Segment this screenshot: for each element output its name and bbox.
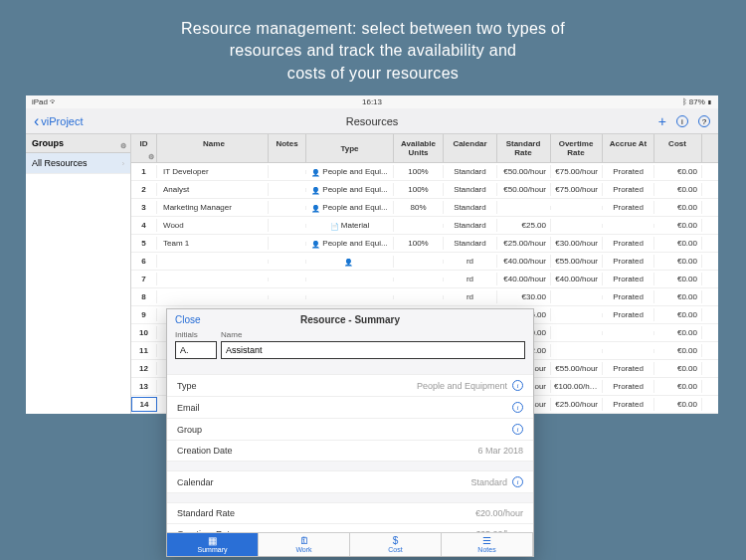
field-row[interactable]: Standard Rate€20.00/hour [167,503,533,524]
table-row[interactable]: 3Marketing ManagerPeople and Equi...80%S… [131,199,718,217]
field-row[interactable]: CalendarStandard i [167,471,533,493]
modal-tabs: ▦Summary🗓Work$Cost☰Notes [167,532,533,556]
material-icon [330,222,338,230]
tab-icon: ☰ [442,536,532,546]
table-row[interactable]: 2AnalystPeople and Equi...100%Standard€5… [131,181,718,199]
initials-input[interactable] [175,341,217,359]
info-button[interactable]: i [676,115,688,127]
person-icon [344,258,352,266]
info-icon[interactable]: i [512,424,523,435]
gear-icon[interactable]: ⚙ [120,142,126,150]
field-row[interactable]: Email i [167,397,533,419]
add-button[interactable] [658,113,666,129]
sidebar-header: Groups ⚙ [26,134,130,153]
marketing-banner: Resource management: select between two … [0,0,746,96]
close-button[interactable]: Close [175,314,201,325]
chevron-left-icon: ‹ [34,112,39,130]
chevron-right-icon: › [122,160,124,167]
person-icon [311,240,319,248]
table-row[interactable]: 8rd€30.00Prorated€0.00 [131,288,718,306]
initials-label: Initials [175,330,217,339]
sidebar-item-all-resources[interactable]: All Resources › [26,153,130,174]
table-row[interactable]: 5Team 1People and Equi...100%Standard€25… [131,235,718,253]
field-row[interactable]: Group i [167,419,533,441]
help-button[interactable]: ? [698,115,710,127]
person-icon [311,204,319,212]
sidebar: Groups ⚙ All Resources › [26,134,131,414]
table-row[interactable]: 1IT DeveloperPeople and Equi...100%Stand… [131,163,718,181]
page-title: Resources [346,115,399,127]
modal-title: Resource - Summary [300,314,400,325]
tab-icon: $ [350,536,441,546]
tab-icon: 🗓 [259,536,349,546]
tab-notes[interactable]: ☰Notes [442,533,533,556]
nav-bar: ‹ viProject Resources i ? [26,108,718,134]
tab-cost[interactable]: $Cost [350,533,442,556]
info-icon[interactable]: i [512,402,523,413]
table-row[interactable]: 6rd€40.00/hour€55.00/hourProrated€0.00 [131,253,718,271]
field-row[interactable]: Creation Date6 Mar 2018 [167,441,533,462]
table-row[interactable]: 7rd€40.00/hour€40.00/hourProrated€0.00 [131,271,718,288]
name-label: Name [221,330,242,339]
tab-summary[interactable]: ▦Summary [167,533,259,556]
resource-summary-modal: Close Resource - Summary Initials Name T… [166,308,534,557]
table-row[interactable]: 4WoodMaterialStandard€25.00€0.00 [131,217,718,235]
tab-icon: ▦ [167,536,258,546]
back-button[interactable]: ‹ viProject [34,112,84,130]
person-icon [311,168,319,176]
tab-work[interactable]: 🗓Work [259,533,350,556]
person-icon [311,186,319,194]
info-icon[interactable]: i [512,476,523,487]
status-bar: iPad ᯤ 16:13 ᛒ 87% ▮ [26,95,718,108]
info-icon[interactable]: i [512,380,523,391]
field-row[interactable]: TypePeople and Equipment i [167,375,533,397]
grid-header: ID⚙ Name Notes Type Available Units Cale… [131,134,718,163]
name-input[interactable] [221,341,525,359]
gear-icon[interactable]: ⚙ [148,153,154,161]
